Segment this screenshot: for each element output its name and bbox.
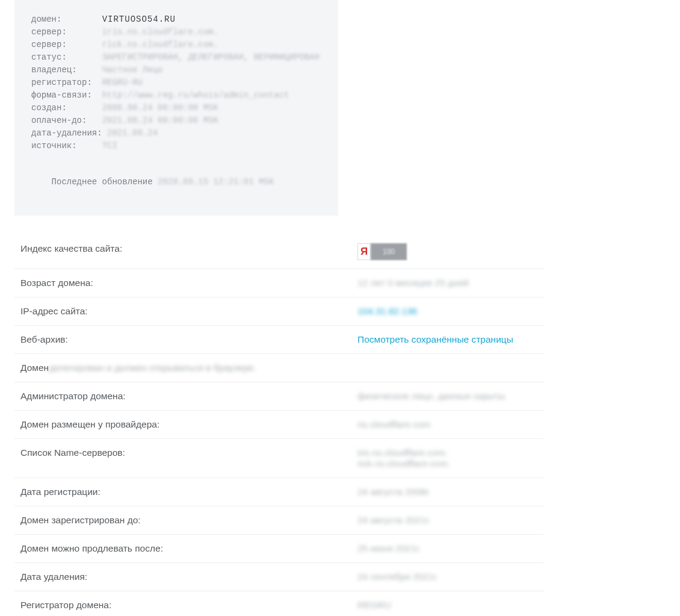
whois-line-3: статус: ЗАРЕГИСТРИРОВАН, ДЕЛЕГИРОВАН, ВЕ… [31, 51, 321, 64]
archive-link[interactable]: Посмотреть сохранённые страницы [357, 334, 513, 344]
yandex-sqi-badge[interactable]: Я 100 [357, 243, 407, 260]
renew-label: Домен можно продлевать после: [14, 535, 351, 563]
whois-value: ЗАРЕГИСТРИРОВАН, ДЕЛЕГИРОВАН, ВЕРИФИЦИРО… [102, 52, 320, 62]
whois-line-1: сервер: iris.ns.cloudflare.com. [31, 26, 321, 39]
admin-value: физическое лицо, данные скрыты [351, 382, 544, 411]
whois-line-7: создан: 2008.08.24 00:00:00 MSK [31, 102, 321, 114]
ns-label: Список Name-серверов: [14, 439, 351, 478]
regdate-label: Дата регистрации: [14, 478, 351, 506]
registrar-value: REGRU [351, 591, 544, 617]
domain-status-value: делегирован и должен открываться в брауз… [49, 362, 538, 373]
whois-value: 2008.08.24 00:00:00 MSK [102, 103, 218, 113]
whois-key: владелец: [31, 64, 102, 76]
domain-status-cell: Домен делегирован и должен открываться в… [14, 354, 544, 382]
row-ip: IP-адрес сайта: 104.31.82.136 [14, 297, 544, 326]
yandex-sqi-value: 100 [371, 243, 407, 260]
registrar-label: Регистратор домена: [14, 591, 351, 617]
row-until: Домен зарегистрирован до: 24 августа 202… [14, 506, 544, 535]
provider-value: ns.cloudflare.com [351, 411, 544, 439]
whois-value: rick.ns.cloudflare.com. [102, 40, 218, 49]
delete-value: 24 сентября 2021г. [351, 563, 544, 591]
whois-value: TCI [102, 141, 117, 151]
row-quality: Индекс качества сайта: Я 100 [14, 235, 544, 269]
whois-key: сервер: [31, 26, 102, 39]
whois-key: источник: [31, 140, 102, 152]
ip-value: 104.31.82.136 [351, 297, 544, 326]
ip-label: IP-адрес сайта: [14, 297, 351, 326]
domain-status-label: Домен [20, 362, 49, 373]
whois-key: сервер: [31, 39, 102, 51]
whois-update-prefix: Последнее обновление [52, 177, 158, 187]
whois-value: 2021.09.24 [107, 128, 158, 138]
whois-key: статус: [31, 51, 102, 64]
whois-value: VIRTUOSO54.RU [102, 14, 176, 24]
whois-update-value: 2020.09.15 12:21:01 MSK [158, 177, 274, 187]
row-age: Возраст домена: 12 лет 0 месяцев 25 дней [14, 269, 544, 297]
whois-key: форма-связи: [31, 89, 102, 102]
row-domain-status: Домен делегирован и должен открываться в… [14, 354, 544, 382]
whois-line-8: оплачен-до: 2021.08.24 00:00:00 MSK [31, 114, 321, 127]
whois-key: домен: [31, 13, 102, 26]
whois-line-5: регистратор: REGRU-RU [31, 76, 321, 89]
domain-info-table: Индекс качества сайта: Я 100 Возраст дом… [14, 235, 544, 616]
renew-value: 25 июня 2021г. [351, 535, 544, 563]
provider-label: Домен размещен у провайдера: [14, 411, 351, 439]
quality-value: Я 100 [351, 235, 544, 269]
row-provider: Домен размещен у провайдера: ns.cloudfla… [14, 411, 544, 439]
row-nameservers: Список Name-серверов: iris.ns.cloudflare… [14, 439, 544, 478]
whois-value: Частное Лицо [102, 65, 163, 75]
whois-value: 2021.08.24 00:00:00 MSK [102, 116, 218, 125]
archive-label: Веб-архив: [14, 326, 351, 354]
whois-card: домен: VIRTUOSO54.RUсервер: iris.ns.clou… [14, 0, 338, 216]
whois-key: регистратор: [31, 76, 102, 89]
whois-line-6: форма-связи: http://www.reg.ru/whois/adm… [31, 89, 321, 102]
delete-label: Дата удаления: [14, 563, 351, 591]
admin-label: Администратор домена: [14, 382, 351, 411]
whois-update-line: Последнее обновление 2020.09.15 12:21:01… [31, 163, 321, 201]
whois-key: создан: [31, 102, 102, 114]
row-regdate: Дата регистрации: 24 августа 2008г. [14, 478, 544, 506]
whois-line-9: дата-удаления: 2021.09.24 [31, 127, 321, 140]
whois-line-4: владелец: Частное Лицо [31, 64, 321, 76]
ip-link[interactable]: 104.31.82.136 [357, 306, 417, 316]
age-label: Возраст домена: [14, 269, 351, 297]
archive-value: Посмотреть сохранённые страницы [351, 326, 544, 354]
row-archive: Веб-архив: Посмотреть сохранённые страни… [14, 326, 544, 354]
whois-value: REGRU-RU [102, 78, 143, 87]
until-label: Домен зарегистрирован до: [14, 506, 351, 535]
yandex-logo-icon: Я [357, 243, 371, 260]
regdate-value: 24 августа 2008г. [351, 478, 544, 506]
ns-value-1: iris.ns.cloudflare.com. [357, 447, 538, 458]
row-admin: Администратор домена: физическое лицо, д… [14, 382, 544, 411]
ns-value-2: rick.ns.cloudflare.com. [357, 458, 538, 469]
ns-value: iris.ns.cloudflare.com. rick.ns.cloudfla… [351, 439, 544, 478]
row-registrar: Регистратор домена: REGRU [14, 591, 544, 617]
row-renew: Домен можно продлевать после: 25 июня 20… [14, 535, 544, 563]
quality-label: Индекс качества сайта: [14, 235, 351, 269]
whois-value: http://www.reg.ru/whois/admin_contact [102, 90, 289, 100]
whois-line-10: источник: TCI [31, 140, 321, 152]
until-value: 24 августа 2021г. [351, 506, 544, 535]
whois-line-0: домен: VIRTUOSO54.RU [31, 13, 321, 26]
whois-key: дата-удаления: [31, 127, 107, 140]
whois-key: оплачен-до: [31, 114, 102, 127]
age-value: 12 лет 0 месяцев 25 дней [351, 269, 544, 297]
whois-lines: домен: VIRTUOSO54.RUсервер: iris.ns.clou… [31, 13, 321, 152]
whois-value: iris.ns.cloudflare.com. [102, 27, 218, 37]
whois-line-2: сервер: rick.ns.cloudflare.com. [31, 39, 321, 51]
row-delete: Дата удаления: 24 сентября 2021г. [14, 563, 544, 591]
